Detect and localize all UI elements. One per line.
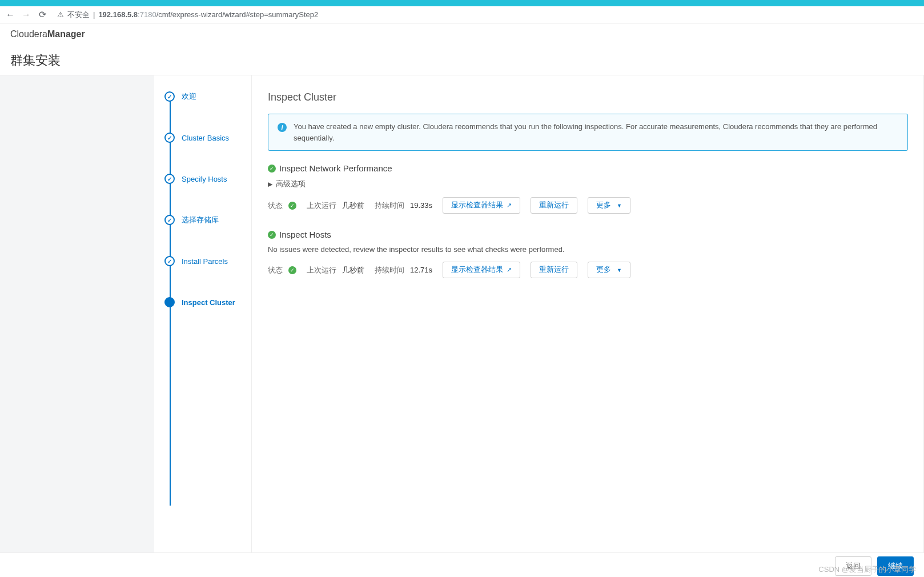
url-host: 192.168.5.8 bbox=[98, 10, 138, 19]
step-label: Specify Hosts bbox=[182, 175, 227, 183]
step-list: ✓ 欢迎 ✓ Cluster Basics ✓ Specify Hosts ✓ … bbox=[154, 75, 251, 552]
step-circle-icon: ✓ bbox=[164, 133, 175, 143]
check-icon: ✓ bbox=[167, 258, 172, 265]
lastrun-value: 几秒前 bbox=[342, 265, 364, 275]
more-button[interactable]: 更多 ▼ bbox=[588, 262, 630, 278]
lastrun-label: 上次运行 bbox=[307, 265, 336, 275]
step-label: Inspect Cluster bbox=[182, 298, 235, 307]
step-label: 选择存储库 bbox=[182, 215, 219, 225]
info-text: You have created a new empty cluster. Cl… bbox=[294, 121, 898, 143]
step-welcome[interactable]: ✓ 欢迎 bbox=[164, 91, 251, 102]
duration-value: 19.33s bbox=[410, 201, 432, 210]
rerun-button[interactable]: 重新运行 bbox=[531, 262, 577, 278]
external-link-icon: ↗ bbox=[507, 266, 512, 274]
caret-down-icon: ▼ bbox=[617, 203, 622, 209]
show-results-label: 显示检查器结果 bbox=[451, 201, 503, 210]
rerun-label: 重新运行 bbox=[539, 201, 569, 210]
left-gutter bbox=[0, 75, 154, 552]
info-callout: i You have created a new empty cluster. … bbox=[268, 114, 908, 151]
step-label: 欢迎 bbox=[182, 91, 196, 102]
browser-toolbar: ← → ⟳ ⚠ 不安全 | 192.168.5.8:7180/cmf/expre… bbox=[0, 6, 924, 23]
url-path: /cmf/express-wizard/wizard#step=summaryS… bbox=[156, 10, 319, 19]
step-specify-hosts[interactable]: ✓ Specify Hosts bbox=[164, 174, 251, 184]
nav-forward-button[interactable]: → bbox=[21, 10, 32, 20]
advanced-options-label: 高级选项 bbox=[276, 179, 306, 189]
step-install-parcels[interactable]: ✓ Install Parcels bbox=[164, 256, 251, 266]
check-icon: ✓ bbox=[167, 176, 172, 182]
more-label: 更多 bbox=[596, 201, 611, 210]
url-separator: | bbox=[93, 10, 95, 19]
back-button[interactable]: 返回 bbox=[835, 556, 871, 576]
rerun-button[interactable]: 重新运行 bbox=[531, 197, 577, 214]
insecure-label: 不安全 bbox=[67, 10, 90, 20]
brand-bold: Manager bbox=[47, 29, 85, 39]
browser-tabs-strip bbox=[0, 0, 924, 6]
step-circle-icon: ✓ bbox=[164, 91, 175, 102]
duration-label: 持续时间 bbox=[375, 265, 404, 275]
wizard-content: Inspect Cluster i You have created a new… bbox=[251, 75, 924, 552]
show-results-button[interactable]: 显示检查器结果 ↗ bbox=[443, 262, 520, 278]
hosts-desc: No issues were detected, review the insp… bbox=[268, 245, 908, 254]
app-header: Cloudera Manager bbox=[0, 23, 924, 45]
check-icon: ✓ bbox=[167, 217, 172, 223]
duration-value: 12.71s bbox=[410, 266, 432, 274]
lastrun-value: 几秒前 bbox=[342, 201, 364, 211]
lastrun-label: 上次运行 bbox=[307, 201, 336, 211]
ok-icon: ✓ bbox=[288, 266, 296, 274]
ok-icon: ✓ bbox=[268, 165, 276, 173]
insecure-icon: ⚠ bbox=[57, 10, 64, 19]
hosts-details-row: 状态 ✓ 上次运行 几秒前 持续时间 12.71s 显示检查器结果 ↗ 重新运行 bbox=[268, 262, 908, 278]
external-link-icon: ↗ bbox=[507, 202, 512, 209]
nav-back-button[interactable]: ← bbox=[5, 10, 16, 20]
section-title-text: Inspect Hosts bbox=[279, 230, 331, 239]
info-icon: i bbox=[278, 123, 287, 132]
url-port: :7180 bbox=[138, 10, 156, 19]
content-title: Inspect Cluster bbox=[268, 91, 908, 103]
continue-button[interactable]: 继续 bbox=[877, 556, 914, 576]
step-label: Install Parcels bbox=[182, 257, 228, 266]
rerun-label: 重新运行 bbox=[539, 265, 569, 275]
ok-icon: ✓ bbox=[268, 231, 276, 239]
more-button[interactable]: 更多 ▼ bbox=[588, 197, 630, 214]
address-bar[interactable]: ⚠ 不安全 | 192.168.5.8:7180/cmf/express-wiz… bbox=[57, 10, 318, 20]
step-cluster-basics[interactable]: ✓ Cluster Basics bbox=[164, 133, 251, 143]
section-title-text: Inspect Network Performance bbox=[279, 163, 392, 173]
check-icon: ✓ bbox=[167, 94, 172, 100]
section-network-performance: ✓ Inspect Network Performance bbox=[268, 163, 908, 173]
brand-light: Cloudera bbox=[10, 29, 47, 39]
check-icon: ✓ bbox=[167, 135, 172, 141]
status-label: 状态 bbox=[268, 201, 283, 211]
wizard-footer: 返回 继续 bbox=[0, 552, 924, 577]
page-title: 群集安装 bbox=[0, 45, 924, 75]
more-label: 更多 bbox=[596, 265, 611, 275]
nav-reload-button[interactable]: ⟳ bbox=[37, 9, 48, 20]
step-inspect-cluster[interactable]: Inspect Cluster bbox=[164, 297, 251, 307]
chevron-right-icon: ▶ bbox=[268, 181, 272, 188]
step-circle-icon bbox=[164, 297, 175, 307]
network-details-row: 状态 ✓ 上次运行 几秒前 持续时间 19.33s 显示检查器结果 ↗ 重新运行 bbox=[268, 197, 908, 214]
show-results-button[interactable]: 显示检查器结果 ↗ bbox=[443, 197, 520, 214]
step-circle-icon: ✓ bbox=[164, 174, 175, 184]
advanced-options-toggle[interactable]: ▶ 高级选项 bbox=[268, 179, 908, 189]
step-label: Cluster Basics bbox=[182, 134, 229, 142]
status-label: 状态 bbox=[268, 265, 283, 275]
section-inspect-hosts: ✓ Inspect Hosts bbox=[268, 230, 908, 239]
ok-icon: ✓ bbox=[288, 202, 296, 210]
duration-label: 持续时间 bbox=[375, 201, 404, 211]
step-circle-icon: ✓ bbox=[164, 215, 175, 225]
step-circle-icon: ✓ bbox=[164, 256, 175, 266]
show-results-label: 显示检查器结果 bbox=[451, 265, 503, 275]
step-select-repository[interactable]: ✓ 选择存储库 bbox=[164, 215, 251, 225]
caret-down-icon: ▼ bbox=[617, 267, 622, 273]
